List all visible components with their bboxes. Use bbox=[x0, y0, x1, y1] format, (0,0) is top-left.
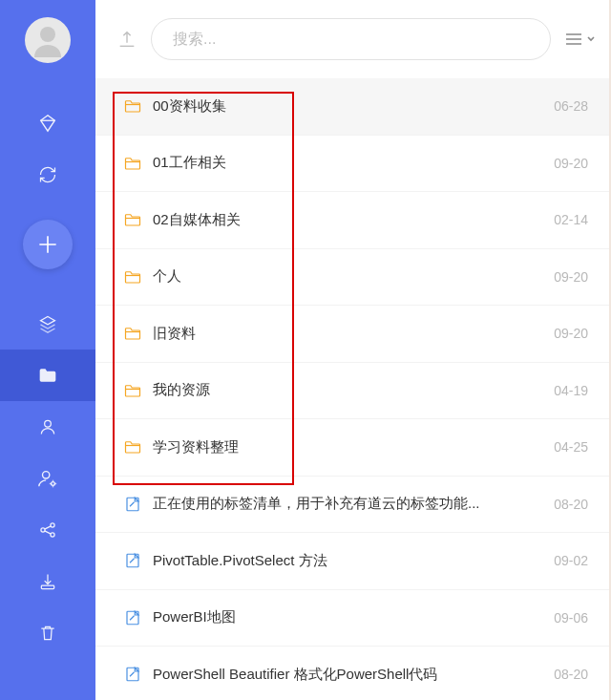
folder-icon bbox=[124, 326, 141, 341]
trash-icon bbox=[38, 624, 57, 643]
share-icon bbox=[38, 520, 57, 540]
item-date: 09-20 bbox=[554, 326, 588, 341]
list-item[interactable]: 正在使用的标签清单，用于补充有道云的标签功能...08-20 bbox=[95, 477, 609, 534]
sidebar bbox=[0, 0, 95, 700]
item-name: 个人 bbox=[153, 267, 542, 286]
folder-icon bbox=[124, 156, 141, 171]
item-date: 06-28 bbox=[554, 98, 588, 114]
view-menu-button[interactable] bbox=[564, 32, 596, 47]
sidebar-trash[interactable] bbox=[0, 607, 95, 659]
user-settings-icon bbox=[37, 468, 58, 489]
note-icon bbox=[124, 496, 141, 513]
search-input[interactable] bbox=[173, 31, 529, 48]
item-date: 09-20 bbox=[554, 156, 588, 171]
item-name: PowerBI地图 bbox=[153, 608, 542, 626]
main-panel: 00资料收集06-2801工作相关09-2002自媒体相关02-14个人09-2… bbox=[95, 0, 611, 700]
sync-icon bbox=[38, 165, 57, 184]
note-icon bbox=[124, 666, 141, 683]
svg-point-5 bbox=[51, 523, 54, 527]
svg-point-4 bbox=[41, 528, 45, 532]
item-date: 02-14 bbox=[554, 212, 588, 227]
list-item[interactable]: 我的资源04-19 bbox=[95, 363, 609, 420]
item-date: 04-19 bbox=[554, 383, 588, 398]
file-list: 00资料收集06-2801工作相关09-2002自媒体相关02-14个人09-2… bbox=[95, 78, 609, 700]
item-name: 00资料收集 bbox=[153, 97, 542, 116]
folder-icon bbox=[124, 439, 141, 455]
svg-point-1 bbox=[45, 420, 52, 427]
item-date: 04-25 bbox=[554, 439, 588, 455]
list-item[interactable]: 旧资料09-20 bbox=[95, 306, 609, 363]
sidebar-user-settings[interactable] bbox=[0, 453, 95, 504]
item-name: 01工作相关 bbox=[153, 154, 542, 172]
item-date: 09-02 bbox=[554, 553, 588, 568]
item-date: 08-20 bbox=[554, 497, 588, 512]
sidebar-user[interactable] bbox=[0, 401, 95, 453]
user-icon bbox=[38, 417, 57, 436]
item-date: 09-06 bbox=[554, 610, 588, 626]
upload-icon[interactable] bbox=[116, 29, 137, 50]
item-name: 我的资源 bbox=[153, 381, 542, 399]
note-icon bbox=[124, 552, 141, 569]
sidebar-folder[interactable] bbox=[0, 350, 95, 401]
list-item[interactable]: PowerShell Beautifier 格式化PowerShell代码08-… bbox=[95, 647, 609, 700]
list-item[interactable]: PivotTable.PivotSelect 方法09-02 bbox=[95, 533, 609, 590]
svg-point-3 bbox=[52, 482, 55, 486]
sidebar-download[interactable] bbox=[0, 556, 95, 607]
plus-icon bbox=[35, 232, 60, 257]
note-icon bbox=[124, 609, 141, 626]
item-name: 正在使用的标签清单，用于补充有道云的标签功能... bbox=[153, 495, 542, 513]
item-name: 学习资料整理 bbox=[153, 438, 542, 456]
folder-icon bbox=[38, 367, 57, 384]
folder-icon bbox=[124, 269, 141, 285]
layers-icon bbox=[38, 314, 57, 333]
sidebar-diamond[interactable] bbox=[0, 97, 95, 149]
item-name: PowerShell Beautifier 格式化PowerShell代码 bbox=[153, 666, 542, 684]
item-date: 08-20 bbox=[554, 667, 588, 682]
svg-rect-7 bbox=[41, 585, 53, 588]
folder-icon bbox=[124, 98, 141, 114]
item-name: 旧资料 bbox=[153, 325, 542, 343]
list-item[interactable]: PowerBI地图09-06 bbox=[95, 590, 609, 647]
list-item[interactable]: 02自媒体相关02-14 bbox=[95, 192, 609, 249]
diamond-icon bbox=[37, 113, 58, 134]
folder-icon bbox=[124, 212, 141, 227]
download-icon bbox=[38, 572, 57, 591]
chevron-down-icon bbox=[586, 34, 596, 44]
sidebar-layers[interactable] bbox=[0, 298, 95, 350]
topbar bbox=[95, 0, 609, 78]
user-avatar-icon bbox=[29, 21, 67, 59]
list-item[interactable]: 学习资料整理04-25 bbox=[95, 419, 609, 477]
sidebar-share[interactable] bbox=[0, 504, 95, 556]
list-item[interactable]: 01工作相关09-20 bbox=[95, 136, 609, 193]
list-item[interactable]: 个人09-20 bbox=[95, 249, 609, 307]
svg-point-2 bbox=[43, 472, 50, 478]
list-item[interactable]: 00资料收集06-28 bbox=[95, 78, 609, 136]
search-box[interactable] bbox=[151, 18, 551, 60]
menu-lines-icon bbox=[564, 32, 583, 47]
folder-icon bbox=[124, 383, 141, 398]
avatar[interactable] bbox=[25, 17, 71, 63]
svg-point-0 bbox=[40, 27, 55, 42]
item-name: PivotTable.PivotSelect 方法 bbox=[153, 552, 542, 570]
svg-point-6 bbox=[51, 533, 54, 537]
add-button[interactable] bbox=[23, 220, 73, 269]
item-name: 02自媒体相关 bbox=[153, 211, 542, 229]
sidebar-sync[interactable] bbox=[0, 149, 95, 201]
item-date: 09-20 bbox=[554, 269, 588, 285]
